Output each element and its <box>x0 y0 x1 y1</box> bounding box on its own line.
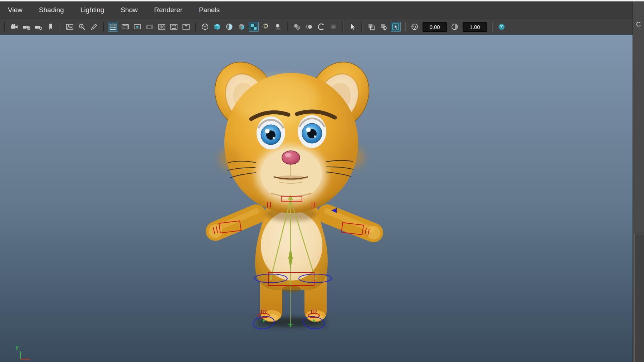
xray-active-components-icon[interactable] <box>391 22 401 32</box>
xray-joints-icon[interactable] <box>379 22 389 32</box>
film-gate-icon[interactable] <box>120 22 130 32</box>
exposure-field[interactable]: 0.00 <box>423 22 447 32</box>
use-default-material-icon[interactable] <box>249 22 259 32</box>
select-camera-icon[interactable] <box>9 22 19 32</box>
axis-y-label: y <box>16 344 19 350</box>
toolbar-separator <box>342 22 343 31</box>
left-foot-label: TR <box>260 308 267 314</box>
toolbar-separator <box>492 22 493 31</box>
menu-show[interactable]: Show <box>121 6 138 14</box>
gate-mask-icon[interactable] <box>145 22 155 32</box>
window-top-border <box>0 0 644 1</box>
toolbar-separator <box>287 22 288 31</box>
image-plane-icon[interactable] <box>65 22 75 32</box>
grid-icon[interactable] <box>108 22 118 32</box>
occlusion-icon[interactable] <box>292 22 302 32</box>
maya-viewport-panel: ViewShadingLightingShowRendererPanels 0.… <box>0 0 644 362</box>
safe-action-icon[interactable] <box>169 22 179 32</box>
textured-icon[interactable] <box>236 22 247 32</box>
xray-icon[interactable] <box>366 22 376 32</box>
right-panel-label[interactable]: C <box>636 21 641 28</box>
flat-shade-icon[interactable] <box>224 22 234 32</box>
right-panel-sub-edge <box>634 234 644 362</box>
gamma-icon[interactable] <box>450 22 460 32</box>
motion-blur-icon[interactable] <box>304 22 314 32</box>
smooth-shade-icon[interactable] <box>212 22 222 32</box>
toolbar-separator <box>405 22 406 31</box>
depth-of-field-icon[interactable] <box>328 22 338 32</box>
viewport-toolbar: 0.001.00 <box>0 19 633 35</box>
lock-camera-icon[interactable] <box>21 22 31 32</box>
exposure-icon[interactable] <box>410 22 420 32</box>
right-foot-label: TR <box>310 308 317 314</box>
right-cheek-blush <box>343 147 364 168</box>
bookmarks-icon[interactable] <box>46 22 56 32</box>
nose <box>282 151 300 164</box>
menu-lighting[interactable]: Lighting <box>80 6 104 14</box>
menu-shading[interactable]: Shading <box>39 6 64 14</box>
left-eye <box>257 116 285 149</box>
grease-pencil-icon[interactable] <box>89 22 99 32</box>
right-panel-strip: C <box>633 0 644 362</box>
right-eye <box>298 115 326 148</box>
toolbar-separator <box>4 22 5 31</box>
view-transform-icon[interactable] <box>497 22 507 32</box>
axis-x-label: x <box>27 360 30 362</box>
view-axis: y x <box>16 344 30 362</box>
anti-aliasing-icon[interactable] <box>316 22 326 32</box>
toolbar-separator <box>103 22 104 31</box>
left-cheek-blush <box>219 148 241 170</box>
gamma-field[interactable]: 1.00 <box>463 22 487 32</box>
scene-canvas[interactable]: TR TR y x <box>0 35 633 362</box>
menu-panels[interactable]: Panels <box>199 6 220 14</box>
camera-attributes-icon[interactable] <box>34 22 44 32</box>
panel-menu-bar: ViewShadingLightingShowRendererPanels <box>0 1 633 19</box>
nose-highlight <box>285 153 291 157</box>
toolbar-separator <box>361 22 362 31</box>
field-chart-icon[interactable] <box>157 22 167 32</box>
crotch-shadow <box>282 286 301 293</box>
toolbar-separator <box>60 22 61 31</box>
isolate-select-icon[interactable] <box>347 22 357 32</box>
menu-view[interactable]: View <box>8 6 23 14</box>
viewport[interactable]: TR TR y x <box>0 35 633 362</box>
shadows-icon[interactable] <box>273 22 283 32</box>
wireframe-icon[interactable] <box>200 22 210 32</box>
resolution-gate-icon[interactable] <box>132 22 142 32</box>
menu-renderer[interactable]: Renderer <box>154 6 182 14</box>
lights-icon[interactable] <box>261 22 271 32</box>
safe-title-icon[interactable] <box>181 22 191 32</box>
pan-zoom-icon[interactable] <box>77 22 87 32</box>
toolbar-separator <box>195 22 196 31</box>
